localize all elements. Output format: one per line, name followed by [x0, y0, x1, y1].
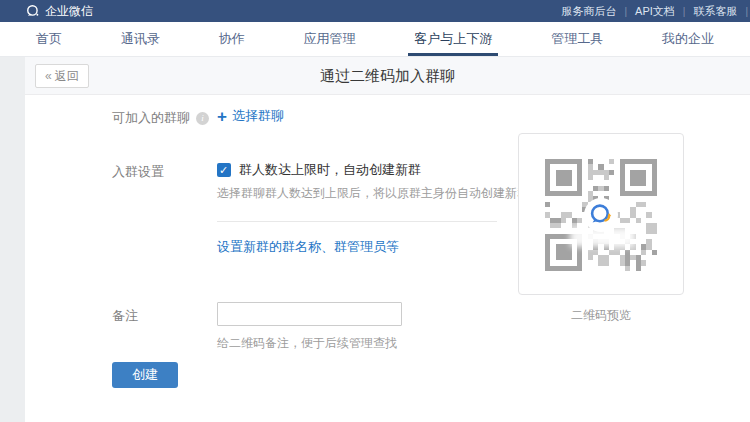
back-label: 返回	[55, 68, 79, 85]
page-title: 通过二维码加入群聊	[25, 57, 750, 95]
auto-create-group-option[interactable]: 群人数达上限时，自动创建新群	[217, 161, 421, 179]
nav-app-management[interactable]: 应用管理	[291, 22, 367, 56]
remark-helper: 给二维码备注，便于后续管理查找	[217, 335, 397, 352]
remark-label: 备注	[112, 307, 138, 325]
select-group-link-label: 选择群聊	[232, 107, 284, 125]
topbar: 企业微信 服务商后台 | API文档 | 联系客服 |	[0, 0, 750, 22]
panel-header: « 返回 通过二维码加入群聊	[25, 57, 750, 95]
join-settings-label-text: 入群设置	[112, 163, 164, 181]
contact-support-link[interactable]: 联系客服	[685, 4, 745, 19]
api-docs-link[interactable]: API文档	[627, 4, 683, 19]
wechat-work-qr-logo-icon	[584, 198, 618, 232]
back-button[interactable]: « 返回	[35, 64, 89, 88]
nav-my-company[interactable]: 我的企业	[650, 22, 726, 56]
joinable-groups-label-text: 可加入的群聊	[112, 109, 190, 127]
content-panel: « 返回 通过二维码加入群聊 可加入的群聊 i + 选择群聊 入群设置 群人数达…	[25, 57, 750, 422]
nav-home[interactable]: 首页	[24, 22, 74, 56]
auto-create-group-label: 群人数达上限时，自动创建新群	[239, 161, 421, 179]
info-icon[interactable]: i	[196, 112, 209, 125]
provider-console-link[interactable]: 服务商后台	[553, 4, 624, 19]
divider	[217, 221, 497, 222]
nav-customers-upstream-downstream[interactable]: 客户与上下游	[402, 22, 504, 56]
back-chevrons-icon: «	[45, 69, 52, 83]
nav-collaboration[interactable]: 协作	[207, 22, 257, 56]
joinable-groups-label: 可加入的群聊 i	[112, 109, 209, 127]
new-group-settings-link[interactable]: 设置新群的群名称、群管理员等	[217, 238, 399, 256]
remark-input[interactable]	[217, 302, 402, 326]
create-button[interactable]: 创建	[112, 362, 178, 388]
nav-contacts[interactable]: 通讯录	[109, 22, 172, 56]
qr-preview-caption: 二维码预览	[518, 307, 684, 324]
auto-create-group-helper: 选择群聊群人数达到上限后，将以原群主身份自动创建新群	[217, 185, 529, 202]
remark-label-text: 备注	[112, 307, 138, 325]
qr-group-form: 可加入的群聊 i + 选择群聊 入群设置 群人数达上限时，自动创建新群 选择群聊…	[25, 95, 750, 422]
select-group-link[interactable]: + 选择群聊	[217, 107, 284, 125]
brand-label: 企业微信	[45, 3, 93, 20]
join-settings-label: 入群设置	[112, 163, 164, 181]
nav-admin-tools[interactable]: 管理工具	[539, 22, 615, 56]
page-body: « 返回 通过二维码加入群聊 可加入的群聊 i + 选择群聊 入群设置 群人数达…	[0, 57, 750, 422]
topbar-links: 服务商后台 | API文档 | 联系客服 |	[553, 0, 748, 22]
brand[interactable]: 企业微信	[26, 3, 93, 20]
plus-icon: +	[217, 110, 227, 123]
wechat-work-logo-icon	[26, 4, 40, 18]
main-nav: 首页 通讯录 协作 应用管理 客户与上下游 管理工具 我的企业	[0, 22, 750, 57]
qr-preview-box	[518, 133, 684, 295]
separator: |	[745, 6, 748, 17]
checkbox-checked-icon[interactable]	[217, 163, 231, 177]
qr-code	[545, 159, 657, 271]
